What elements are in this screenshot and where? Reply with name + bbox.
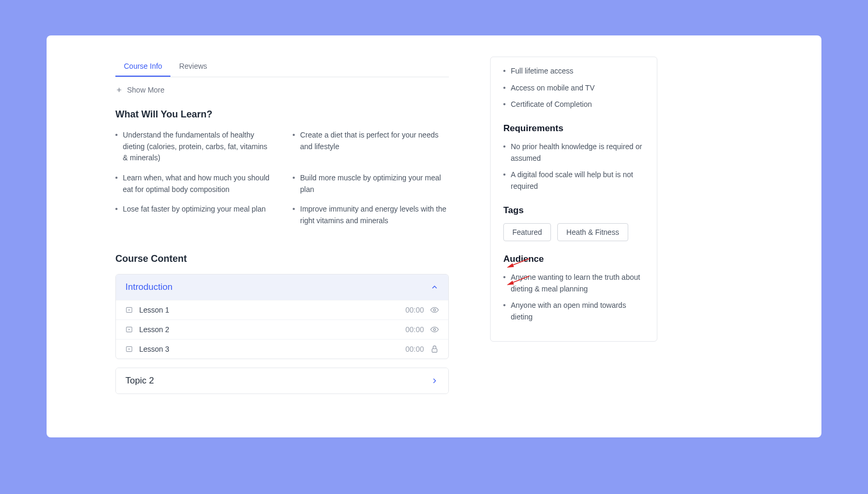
section-title-content: Course Content bbox=[115, 253, 449, 264]
accordion-topic2: Topic 2 bbox=[115, 368, 449, 394]
sidebar-title-tags: Tags bbox=[503, 205, 644, 216]
feature-item: Full lifetime access bbox=[503, 66, 644, 77]
lesson-row[interactable]: Lesson 2 00:00 bbox=[116, 319, 448, 339]
svg-point-3 bbox=[433, 328, 436, 331]
play-icon bbox=[125, 345, 133, 353]
lock-icon bbox=[430, 345, 439, 353]
tag-health-fitness[interactable]: Heath & Fitness bbox=[557, 223, 628, 241]
svg-marker-9 bbox=[508, 281, 513, 285]
learn-item: Lose fat faster by optimizing your meal … bbox=[115, 204, 272, 226]
learn-grid: Understand the fundamentals of healthy d… bbox=[115, 130, 449, 232]
annotation-arrow bbox=[507, 258, 531, 268]
requirement-item: No prior health knowledge is required or… bbox=[503, 141, 644, 164]
show-more-button[interactable]: Show More bbox=[115, 86, 449, 94]
play-icon bbox=[125, 326, 133, 333]
sidebar-panel: Full lifetime access Access on mobile an… bbox=[490, 57, 657, 342]
chevron-up-icon bbox=[430, 283, 439, 291]
learn-item: Build more muscle by optimizing your mea… bbox=[293, 172, 449, 195]
audience-item: Anyone with an open mind towards dieting bbox=[503, 300, 644, 323]
feature-item: Access on mobile and TV bbox=[503, 83, 644, 94]
plus-icon bbox=[115, 86, 123, 94]
accordion-header-introduction[interactable]: Introduction bbox=[116, 275, 448, 300]
accordion-header-topic2[interactable]: Topic 2 bbox=[116, 368, 448, 394]
tab-reviews[interactable]: Reviews bbox=[170, 57, 215, 77]
accordion-title: Introduction bbox=[125, 282, 173, 292]
chevron-right-icon bbox=[430, 377, 439, 385]
lesson-row[interactable]: Lesson 1 00:00 bbox=[116, 300, 448, 319]
learn-item: Learn when, what and how much you should… bbox=[115, 172, 272, 195]
learn-item: Create a diet that is perfect for your n… bbox=[293, 130, 449, 164]
svg-point-1 bbox=[433, 309, 436, 311]
tag-featured[interactable]: Featured bbox=[503, 223, 551, 241]
eye-icon bbox=[430, 306, 439, 314]
lesson-title: Lesson 1 bbox=[139, 306, 405, 314]
learn-item: Understand the fundamentals of healthy d… bbox=[115, 130, 272, 164]
lesson-duration: 00:00 bbox=[405, 306, 424, 314]
play-icon bbox=[125, 306, 133, 314]
sidebar-title-requirements: Requirements bbox=[503, 123, 644, 134]
lesson-duration: 00:00 bbox=[405, 325, 424, 334]
tag-row: Featured Heath & Fitness bbox=[503, 223, 644, 241]
accordion-title: Topic 2 bbox=[125, 376, 154, 386]
section-title-learn: What Will You Learn? bbox=[115, 109, 449, 120]
eye-icon bbox=[430, 325, 439, 334]
show-more-label: Show More bbox=[127, 86, 165, 94]
learn-item: Improve immunity and energy levels with … bbox=[293, 204, 449, 226]
lesson-title: Lesson 3 bbox=[139, 345, 405, 353]
feature-item: Certificate of Completion bbox=[503, 99, 644, 111]
accordion-introduction: Introduction Lesson 1 00:00 Lesson 2 00:… bbox=[115, 274, 449, 359]
requirement-item: A digital food scale will help but is no… bbox=[503, 169, 644, 192]
tabs-container: Course Info Reviews bbox=[115, 57, 449, 77]
annotation-arrow bbox=[507, 275, 531, 286]
svg-rect-5 bbox=[432, 349, 437, 352]
tab-course-info[interactable]: Course Info bbox=[115, 57, 170, 77]
lesson-row[interactable]: Lesson 3 00:00 bbox=[116, 339, 448, 359]
svg-marker-7 bbox=[508, 264, 513, 267]
lesson-duration: 00:00 bbox=[405, 345, 424, 353]
lesson-title: Lesson 2 bbox=[139, 325, 405, 334]
